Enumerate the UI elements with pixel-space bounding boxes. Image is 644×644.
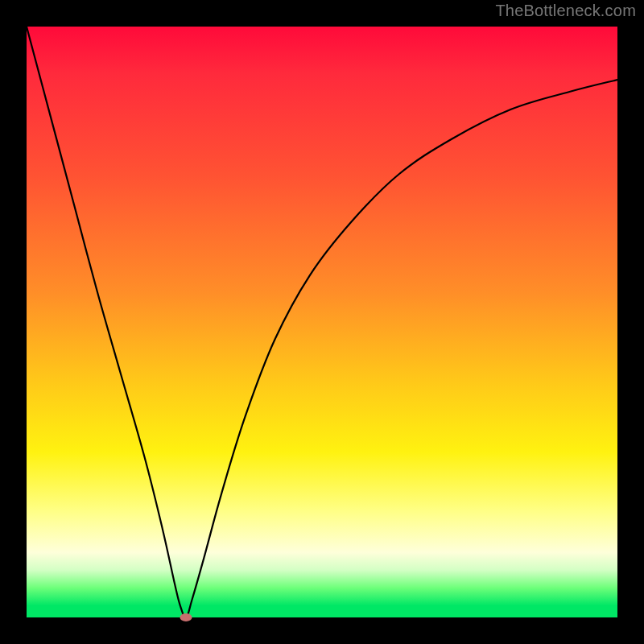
chart-frame: TheBottleneck.com bbox=[0, 0, 644, 644]
bottleneck-curve bbox=[27, 27, 617, 617]
attribution-watermark: TheBottleneck.com bbox=[495, 2, 636, 20]
plot-area bbox=[27, 27, 617, 617]
minimum-marker bbox=[180, 613, 192, 621]
